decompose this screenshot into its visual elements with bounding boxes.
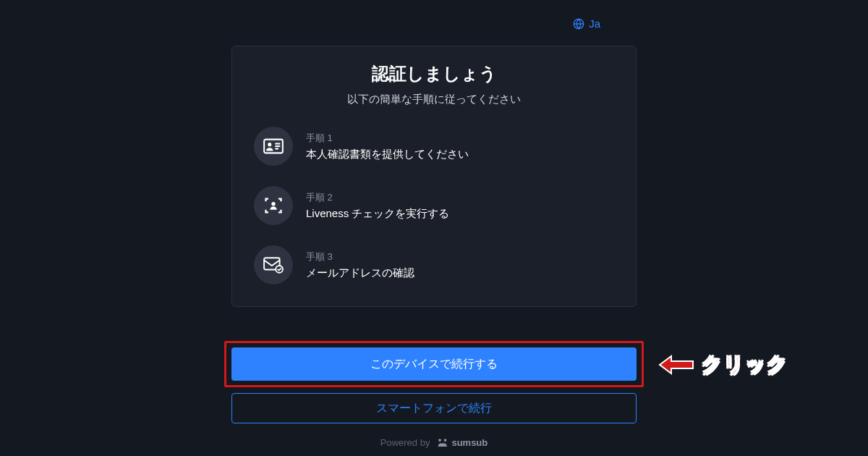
verification-card: 認証しましょう 以下の簡単な手順に従ってください 手順 1 本人確認書類を提供し… [231, 46, 637, 307]
step-2-label: 手順 2 [306, 191, 449, 204]
svg-point-7 [271, 202, 275, 206]
card-subtitle: 以下の簡単な手順に従ってください [254, 93, 614, 106]
globe-icon [573, 18, 584, 30]
svg-point-11 [443, 439, 446, 442]
card-title: 認証しましょう [254, 62, 614, 85]
step-3: 手順 3 メールアドレスの確認 [254, 245, 614, 284]
email-check-icon [254, 245, 293, 284]
id-card-icon [254, 127, 293, 166]
powered-by-text: Powered by [380, 437, 430, 448]
continue-smartphone-button[interactable]: スマートフォンで続行 [231, 393, 637, 423]
svg-point-10 [438, 439, 441, 442]
arrow-left-icon [658, 354, 694, 376]
svg-point-3 [268, 143, 271, 146]
brand-name: sumsub [451, 437, 488, 448]
continue-this-device-button[interactable]: このデバイスで続行する [231, 347, 637, 381]
step-1: 手順 1 本人確認書類を提供してください [254, 127, 614, 166]
step-1-desc: 本人確認書類を提供してください [306, 148, 469, 161]
step-2: 手順 2 Liveness チェックを実行する [254, 186, 614, 225]
step-3-desc: メールアドレスの確認 [306, 266, 414, 280]
step-2-desc: Liveness チェックを実行する [306, 207, 449, 221]
click-text: クリック [702, 351, 788, 379]
face-scan-icon [254, 186, 293, 225]
step-1-label: 手順 1 [306, 132, 469, 145]
step-3-label: 手順 3 [306, 250, 414, 263]
language-selector[interactable]: Ja [573, 17, 600, 30]
click-annotation: クリック [658, 351, 788, 379]
primary-button-label: このデバイスで続行する [370, 357, 498, 372]
language-label: Ja [589, 17, 600, 30]
secondary-button-label: スマートフォンで続行 [376, 401, 492, 416]
sumsub-icon [435, 436, 448, 449]
brand-logo: sumsub [435, 436, 488, 449]
footer: Powered by sumsub [380, 436, 488, 449]
